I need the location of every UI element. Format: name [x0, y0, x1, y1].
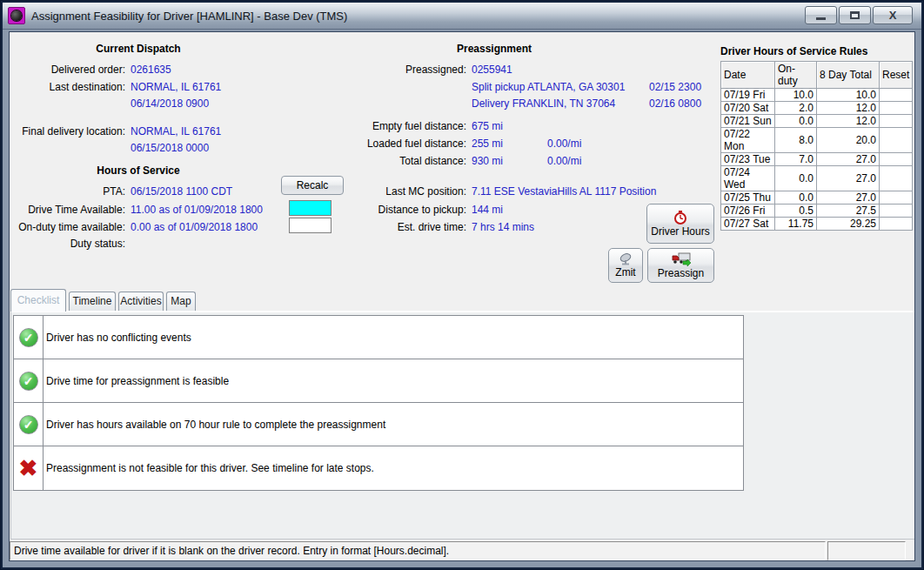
maximize-button[interactable] — [839, 6, 871, 24]
final-delivery-date: 06/15/2018 0000 — [131, 142, 209, 154]
pta-label: PTA: — [12, 184, 125, 198]
delivered-order-label: Delivered order: — [12, 63, 125, 77]
hos-header-row: Date On-duty 8 Day Total Reset — [721, 62, 913, 89]
app-window: Assignment Feasibility for Driver [HAMLI… — [0, 0, 924, 570]
checklist-item-text: Drive time for preassignment is feasible — [44, 359, 743, 402]
onduty-time-input[interactable] — [289, 218, 331, 233]
final-delivery-label: Final delivery location: — [12, 124, 125, 138]
preassigned-row: Preassigned:0255941 — [336, 63, 745, 77]
current-dispatch-title: Current Dispatch — [43, 43, 234, 55]
tab-activities[interactable]: Activities — [118, 292, 164, 311]
mc-position-row: Last MC position:7.11 ESE VestaviaHills … — [336, 184, 745, 198]
window-title: Assignment Feasibility for Driver [HAMLI… — [31, 10, 347, 23]
table-row[interactable]: 07/25 Thu0.027.0 — [721, 191, 913, 205]
est-drive-time-label: Est. drive time: — [336, 220, 466, 234]
stop-2-time: 02/16 0800 — [649, 97, 701, 111]
tab-checklist[interactable]: Checklist — [10, 289, 66, 312]
minimize-icon — [816, 17, 826, 20]
table-row[interactable]: 07/21 Sun0.012.0 — [721, 115, 913, 128]
drive-time-label: Drive Time Available: — [12, 203, 125, 217]
checklist-item: ✓ Driver has hours available on 70 hour … — [14, 403, 743, 446]
truck-icon — [672, 252, 691, 266]
title-bar: Assignment Feasibility for Driver [HAMLI… — [3, 3, 921, 30]
table-row[interactable]: 07/26 Fri0.527.5 — [721, 205, 913, 218]
total-distance-value: 930 mi — [472, 155, 503, 167]
stopwatch-icon — [673, 211, 687, 225]
table-row[interactable]: 07/20 Sat2.012.0 — [721, 102, 913, 115]
preassignment-stop-row: Delivery FRANKLIN, TN 37064 02/16 0800 — [336, 97, 745, 111]
table-row[interactable]: 07/27 Sat11.7529.25 — [721, 218, 913, 231]
maximize-icon — [850, 11, 860, 19]
preassigned-label: Preassigned: — [336, 63, 466, 77]
check-pass-icon: ✓ — [19, 372, 38, 391]
preassign-button[interactable]: Preassign — [647, 248, 714, 283]
loaded-distance-label: Loaded fuel distance: — [336, 137, 466, 151]
empty-distance-label: Empty fuel distance: — [336, 119, 466, 133]
onduty-time-value: 0.00 as of 01/09/2018 1800 — [131, 221, 258, 233]
app-icon — [8, 7, 25, 24]
mc-position-label: Last MC position: — [336, 184, 466, 198]
final-delivery-value: NORMAL, IL 61761 — [131, 125, 221, 137]
mc-position-value: 7.11 ESE VestaviaHills AL 1117 Position — [472, 185, 656, 198]
preassign-button-label: Preassign — [658, 267, 704, 279]
loaded-distance-value: 255 mi — [472, 137, 503, 150]
checklist-item-text: Driver has no conflicting events — [44, 316, 743, 359]
zmit-button[interactable]: Zmit — [608, 248, 643, 283]
drive-time-row: Drive Time Available:11.00 as of 01/09/2… — [12, 203, 263, 217]
final-delivery-row: Final delivery location:NORMAL, IL 61761 — [12, 124, 221, 138]
drive-time-value: 11.00 as of 01/09/2018 1800 — [131, 204, 263, 216]
close-button[interactable]: X — [873, 6, 913, 24]
recalc-button-label: Recalc — [297, 179, 329, 191]
loaded-distance-row: Loaded fuel distance:255 mi 0.00/mi — [336, 137, 745, 151]
check-pass-icon: ✓ — [19, 328, 38, 347]
checklist-item: ✖ Preassignment is not feasible for this… — [14, 446, 743, 490]
hos-rules-title: Driver Hours of Service Rules — [720, 45, 867, 57]
pta-value: 06/15/2018 1100 CDT — [131, 185, 232, 198]
satellite-dish-icon — [619, 253, 633, 265]
duty-status-row: Duty status: — [12, 237, 131, 251]
tab-timeline[interactable]: Timeline — [69, 292, 116, 311]
preassigned-value: 0255941 — [472, 64, 512, 76]
table-row[interactable]: 07/22 Mon8.020.0 — [721, 128, 913, 153]
hos-rules-table: Date On-duty 8 Day Total Reset 07/19 Fri… — [720, 61, 913, 231]
distance-to-pickup-label: Distance to pickup: — [336, 203, 466, 217]
stop-2-text: Delivery FRANKLIN, TN 37064 — [472, 97, 615, 110]
empty-distance-value: 675 mi — [472, 120, 503, 132]
checklist-panel: ✓ Driver has no conflicting events ✓ Dri… — [10, 311, 915, 540]
cross-fail-icon: ✖ — [19, 457, 38, 479]
hours-of-service-title: Hours of Service — [43, 164, 234, 177]
hos-col-date[interactable]: Date — [721, 62, 775, 89]
close-icon: X — [889, 10, 897, 21]
last-destination-row: Last destination:NORMAL, IL 61761 — [12, 80, 221, 94]
hos-col-onduty[interactable]: On-duty — [775, 62, 817, 89]
stop-1-time: 02/15 2300 — [649, 80, 701, 94]
tab-map[interactable]: Map — [166, 292, 196, 311]
duty-status-label: Duty status: — [12, 237, 125, 251]
total-distance-row: Total distance:930 mi 0.00/mi — [336, 154, 745, 168]
delivered-order-row: Delivered order:0261635 — [12, 63, 171, 77]
checklist-table: ✓ Driver has no conflicting events ✓ Dri… — [13, 315, 744, 491]
total-distance-label: Total distance: — [336, 154, 466, 168]
stop-1-text: Split pickup ATLANTA, GA 30301 — [472, 81, 625, 93]
table-row[interactable]: 07/19 Fri10.010.0 — [721, 89, 913, 102]
checklist-item: ✓ Drive time for preassignment is feasib… — [14, 359, 743, 403]
pta-row: PTA:06/15/2018 1100 CDT — [12, 184, 232, 198]
est-drive-time-value: 7 hrs 14 mins — [472, 221, 534, 233]
preassignment-title: Preassignment — [390, 43, 599, 55]
driver-hours-button[interactable]: Driver Hours — [646, 204, 714, 244]
client-area: Current Dispatch Delivered order:0261635… — [9, 31, 915, 561]
status-bar-message: Drive time available for driver if it is… — [10, 541, 826, 560]
onduty-time-row: On-duty time available:0.00 as of 01/09/… — [12, 220, 258, 234]
last-destination-date: 06/14/2018 0900 — [131, 97, 209, 110]
zmit-button-label: Zmit — [615, 266, 635, 278]
final-delivery-date-row: 06/15/2018 0000 — [12, 141, 209, 155]
check-pass-icon: ✓ — [19, 415, 38, 434]
hos-col-8day[interactable]: 8 Day Total — [817, 62, 880, 89]
minimize-button[interactable] — [805, 6, 837, 24]
table-row[interactable]: 07/23 Tue7.027.0 — [721, 153, 913, 166]
hos-col-reset[interactable]: Reset — [880, 62, 913, 89]
driver-hours-button-label: Driver Hours — [651, 225, 709, 238]
recalc-button[interactable]: Recalc — [281, 176, 344, 195]
table-row[interactable]: 07/24 Wed0.027.0 — [721, 166, 913, 191]
drive-time-input[interactable] — [289, 200, 331, 216]
